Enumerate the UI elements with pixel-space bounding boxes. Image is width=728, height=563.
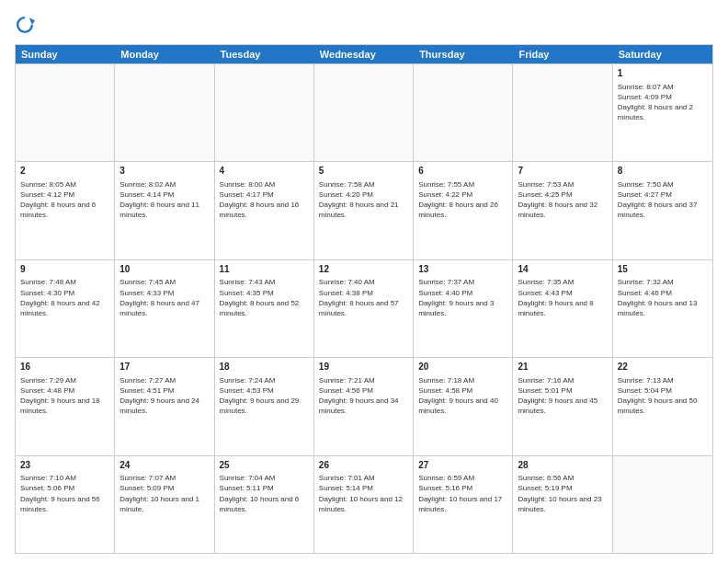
day-info: Daylight: 8 hours and 6 minutes. — [20, 200, 109, 220]
day-info: Sunset: 4:33 PM — [119, 288, 209, 298]
day-info: Sunset: 4:12 PM — [20, 190, 109, 200]
day-info: Sunrise: 8:00 AM — [220, 179, 309, 190]
day-info: Sunrise: 7:37 AM — [418, 277, 507, 287]
day-number: 11 — [220, 263, 309, 276]
day-info: Sunrise: 7:18 AM — [418, 375, 507, 385]
day-number: 13 — [418, 263, 507, 276]
day-info: Sunset: 4:56 PM — [319, 385, 408, 396]
table-row: 4Sunrise: 8:00 AMSunset: 4:17 PMDaylight… — [215, 162, 314, 259]
calendar-row-1: 2Sunrise: 8:05 AMSunset: 4:12 PMDaylight… — [16, 161, 712, 259]
header-day-wednesday: Wednesday — [314, 45, 414, 63]
table-row: 7Sunrise: 7:53 AMSunset: 4:25 PMDaylight… — [513, 162, 612, 259]
day-info: Daylight: 10 hours and 1 minute. — [119, 494, 209, 514]
day-number: 7 — [518, 165, 607, 178]
table-row: 19Sunrise: 7:21 AMSunset: 4:56 PMDayligh… — [314, 358, 414, 454]
day-number: 6 — [418, 165, 507, 178]
day-number: 22 — [618, 361, 708, 373]
day-number: 12 — [319, 263, 408, 276]
table-row: 22Sunrise: 7:13 AMSunset: 5:04 PMDayligh… — [613, 358, 712, 454]
day-number: 17 — [119, 361, 209, 373]
day-info: Sunset: 4:46 PM — [618, 288, 708, 298]
day-info: Daylight: 9 hours and 40 minutes. — [418, 396, 507, 416]
logo-icon — [15, 15, 35, 35]
day-number: 23 — [20, 459, 109, 472]
table-row: 26Sunrise: 7:01 AMSunset: 5:14 PMDayligh… — [314, 456, 414, 553]
table-row: 11Sunrise: 7:43 AMSunset: 4:35 PMDayligh… — [215, 260, 314, 357]
day-info: Sunrise: 7:10 AM — [20, 473, 109, 483]
day-info: Sunset: 4:38 PM — [319, 288, 408, 298]
calendar: SundayMondayTuesdayWednesdayThursdayFrid… — [15, 44, 713, 554]
day-number: 26 — [319, 459, 408, 472]
table-row: 2Sunrise: 8:05 AMSunset: 4:12 PMDaylight… — [16, 162, 115, 259]
day-info: Sunset: 4:53 PM — [220, 385, 309, 396]
day-info: Daylight: 8 hours and 21 minutes. — [319, 200, 408, 220]
day-info: Sunset: 5:01 PM — [518, 385, 607, 396]
table-row — [613, 456, 712, 553]
day-number: 21 — [518, 361, 607, 373]
table-row: 27Sunrise: 6:59 AMSunset: 5:16 PMDayligh… — [414, 456, 513, 553]
day-info: Sunset: 4:30 PM — [20, 288, 109, 298]
header-day-saturday: Saturday — [613, 45, 712, 63]
day-info: Sunset: 4:17 PM — [220, 190, 309, 200]
table-row: 17Sunrise: 7:27 AMSunset: 4:51 PMDayligh… — [115, 358, 214, 454]
day-number: 16 — [20, 361, 109, 373]
day-info: Sunset: 4:22 PM — [418, 190, 507, 200]
table-row: 28Sunrise: 6:56 AMSunset: 5:19 PMDayligh… — [513, 456, 612, 553]
day-info: Sunset: 4:35 PM — [220, 288, 309, 298]
day-number: 20 — [418, 361, 507, 373]
table-row: 20Sunrise: 7:18 AMSunset: 4:58 PMDayligh… — [414, 358, 513, 454]
table-row — [314, 64, 414, 161]
calendar-row-2: 9Sunrise: 7:48 AMSunset: 4:30 PMDaylight… — [16, 259, 712, 357]
day-info: Daylight: 9 hours and 13 minutes. — [618, 298, 708, 318]
day-info: Sunset: 5:09 PM — [119, 483, 209, 493]
day-info: Sunrise: 7:24 AM — [220, 375, 309, 385]
day-number: 15 — [618, 263, 708, 276]
table-row: 14Sunrise: 7:35 AMSunset: 4:43 PMDayligh… — [513, 260, 612, 357]
day-info: Sunrise: 7:04 AM — [220, 473, 309, 483]
table-row: 16Sunrise: 7:29 AMSunset: 4:48 PMDayligh… — [16, 358, 115, 454]
day-info: Daylight: 8 hours and 32 minutes. — [518, 200, 607, 220]
table-row: 18Sunrise: 7:24 AMSunset: 4:53 PMDayligh… — [215, 358, 314, 454]
day-info: Sunrise: 6:56 AM — [518, 473, 607, 483]
day-info: Sunset: 4:40 PM — [418, 288, 507, 298]
day-number: 1 — [618, 67, 708, 80]
day-info: Sunrise: 6:59 AM — [418, 473, 507, 483]
day-info: Daylight: 8 hours and 47 minutes. — [119, 298, 209, 318]
day-info: Sunrise: 8:07 AM — [618, 82, 708, 92]
day-number: 3 — [119, 165, 209, 178]
day-info: Sunrise: 7:13 AM — [618, 375, 708, 385]
day-info: Sunset: 4:48 PM — [20, 385, 109, 396]
day-number: 9 — [20, 263, 109, 276]
day-info: Daylight: 9 hours and 50 minutes. — [618, 396, 708, 416]
header-day-friday: Friday — [513, 45, 612, 63]
day-info: Daylight: 8 hours and 52 minutes. — [220, 298, 309, 318]
page: SundayMondayTuesdayWednesdayThursdayFrid… — [0, 0, 728, 563]
day-info: Sunset: 4:25 PM — [518, 190, 607, 200]
day-info: Daylight: 9 hours and 34 minutes. — [319, 396, 408, 416]
day-info: Daylight: 10 hours and 23 minutes. — [518, 494, 607, 514]
day-info: Sunrise: 7:40 AM — [319, 277, 408, 287]
day-info: Sunrise: 7:48 AM — [20, 277, 109, 287]
day-info: Daylight: 9 hours and 24 minutes. — [119, 396, 209, 416]
day-info: Sunset: 4:20 PM — [319, 190, 408, 200]
header-day-monday: Monday — [115, 45, 214, 63]
day-number: 4 — [220, 165, 309, 178]
calendar-row-0: 1Sunrise: 8:07 AMSunset: 4:09 PMDaylight… — [16, 63, 712, 161]
day-info: Sunrise: 7:32 AM — [618, 277, 708, 287]
svg-marker-0 — [29, 17, 35, 25]
day-info: Daylight: 10 hours and 12 minutes. — [319, 494, 408, 514]
day-info: Daylight: 9 hours and 56 minutes. — [20, 494, 109, 514]
table-row: 10Sunrise: 7:45 AMSunset: 4:33 PMDayligh… — [115, 260, 214, 357]
table-row: 5Sunrise: 7:58 AMSunset: 4:20 PMDaylight… — [314, 162, 414, 259]
table-row — [215, 64, 314, 161]
day-info: Sunrise: 7:07 AM — [119, 473, 209, 483]
table-row: 1Sunrise: 8:07 AMSunset: 4:09 PMDaylight… — [613, 64, 712, 161]
day-info: Sunset: 5:19 PM — [518, 483, 607, 493]
day-number: 8 — [618, 165, 708, 178]
day-info: Sunset: 4:43 PM — [518, 288, 607, 298]
day-number: 10 — [119, 263, 209, 276]
table-row: 9Sunrise: 7:48 AMSunset: 4:30 PMDaylight… — [16, 260, 115, 357]
day-info: Sunrise: 7:01 AM — [319, 473, 408, 483]
day-info: Daylight: 8 hours and 16 minutes. — [220, 200, 309, 220]
day-info: Daylight: 8 hours and 57 minutes. — [319, 298, 408, 318]
